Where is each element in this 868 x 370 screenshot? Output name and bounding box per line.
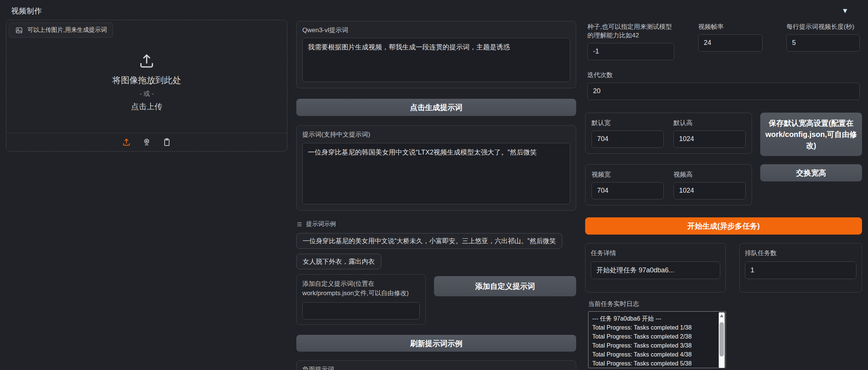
- log-scrollbar[interactable]: [719, 312, 725, 368]
- task-detail-label: 任务详情: [591, 249, 720, 257]
- example-chip[interactable]: 一位身穿比基尼的美女用中文说“大桥未久，小富即安。三上悠亚，六出祁山。”然后微笑: [296, 233, 562, 249]
- fps-input[interactable]: [698, 34, 762, 52]
- negative-prompt-panel: 负面提示词: [296, 360, 576, 370]
- default-height-input[interactable]: [673, 131, 746, 148]
- negative-prompt-label: 负面提示词: [302, 365, 570, 370]
- duration-field: 每行提示词视频长度(秒): [786, 23, 860, 60]
- example-chip[interactable]: 女人脱下外衣，露出内衣: [296, 254, 381, 269]
- settings-column: 种子,也可以指定用来测试模型的理解能力比如42 视频帧率 每行提示词视频长度(秒…: [585, 23, 862, 368]
- qwen-prompt-textarea[interactable]: [302, 38, 570, 82]
- image-source-toolbar: [6, 133, 287, 151]
- default-width-field: 默认宽: [592, 119, 664, 148]
- seed-input[interactable]: [587, 43, 674, 60]
- video-height-label: 视频高: [673, 171, 693, 178]
- duration-input[interactable]: [786, 34, 860, 52]
- generate-prompt-button[interactable]: 点击生成提示词: [296, 99, 576, 116]
- queue-count-label: 排队任务数: [745, 249, 856, 257]
- main-content: 可以上传图片,用来生成提示词 将图像拖放到此处 - 或 - 点击上传: [0, 20, 868, 370]
- iterations-input[interactable]: [587, 83, 860, 100]
- upload-icon: [138, 52, 155, 70]
- queue-count-input[interactable]: [745, 262, 856, 279]
- list-icon: [296, 221, 303, 227]
- prompt-textarea[interactable]: [302, 143, 570, 204]
- fps-field: 视频帧率: [698, 23, 762, 60]
- log-line: Total Progress: Tasks completed 5/38: [592, 359, 716, 368]
- fps-label: 视频帧率: [698, 23, 762, 31]
- task-detail-group: 任务详情: [585, 243, 726, 293]
- iterations-field: 迭代次数: [585, 71, 862, 100]
- default-height-field: 默认高: [673, 119, 746, 148]
- drop-text-primary: 将图像拖放到此处: [112, 74, 181, 86]
- log-line: Total Progress: Tasks completed 2/38: [592, 332, 716, 341]
- custom-prompt-label: 添加自定义提示词(位置在 work/prompts.json文件,可以自由修改): [302, 279, 420, 298]
- video-height-field: 视频高: [673, 170, 746, 199]
- prompt-panel: 提示词(支持中文提示词): [296, 125, 576, 211]
- video-size-group: 视频宽 视频高: [585, 164, 752, 205]
- default-size-row: 默认宽 默认高 保存默认宽高设置(配置在 work/config.json,可自…: [585, 113, 862, 156]
- task-log-box: --- 任务 97a0dba6 开始 ---Total Progress: Ta…: [588, 311, 726, 368]
- clipboard-source-button[interactable]: [162, 138, 171, 147]
- upload-column: 可以上传图片,用来生成提示词 将图像拖放到此处 - 或 - 点击上传: [6, 20, 287, 152]
- page-title: 视频制作: [11, 6, 857, 16]
- swap-size-button[interactable]: 交换宽高: [760, 164, 862, 181]
- iterations-label: 迭代次数: [587, 71, 613, 79]
- start-generation-button[interactable]: 开始生成(异步多任务): [585, 217, 862, 235]
- upload-hint-text: 可以上传图片,用来生成提示词: [27, 26, 107, 34]
- scroll-up-arrow-icon[interactable]: [720, 314, 724, 317]
- examples-label: 提示词示例: [306, 220, 336, 228]
- add-custom-prompt-button[interactable]: 添加自定义提示词: [434, 276, 576, 296]
- log-line: Total Progress: Tasks completed 4/38: [592, 350, 716, 359]
- default-height-label: 默认高: [673, 119, 693, 126]
- video-height-input[interactable]: [673, 182, 746, 199]
- default-width-label: 默认宽: [592, 119, 611, 126]
- prompt-column: Qwen3-vl提示词 点击生成提示词 提示词(支持中文提示词) 提示词示例 一…: [296, 21, 576, 370]
- webcam-icon: [142, 138, 151, 147]
- video-size-row: 视频宽 视频高 交换宽高: [585, 164, 862, 205]
- upload-icon: [122, 138, 131, 147]
- default-size-group: 默认宽 默认高: [585, 113, 752, 154]
- log-line: Total Progress: Tasks completed 3/38: [592, 341, 716, 350]
- settings-row-1: 种子,也可以指定用来测试模型的理解能力比如42 视频帧率 每行提示词视频长度(秒…: [585, 23, 862, 60]
- seed-label: 种子,也可以指定用来测试模型的理解能力比如42: [587, 23, 674, 40]
- task-log-label: 当前任务实时日志: [585, 300, 862, 308]
- examples-header: 提示词示例: [296, 220, 576, 228]
- video-width-input[interactable]: [592, 182, 664, 199]
- custom-prompt-group: 添加自定义提示词(位置在 work/prompts.json文件,可以自由修改): [296, 274, 426, 325]
- qwen-prompt-label: Qwen3-vl提示词: [302, 26, 570, 34]
- scrollbar-thumb[interactable]: [719, 322, 724, 357]
- log-line: --- 任务 97a0dba6 开始 ---: [592, 314, 716, 323]
- upload-hint-badge: 可以上传图片,用来生成提示词: [9, 22, 113, 38]
- duration-label: 每行提示词视频长度(秒): [786, 23, 860, 31]
- image-dropzone[interactable]: 可以上传图片,用来生成提示词 将图像拖放到此处 - 或 - 点击上传: [6, 20, 287, 152]
- drop-text-or: - 或 -: [140, 89, 154, 98]
- image-icon: [15, 27, 23, 34]
- video-width-label: 视频宽: [592, 171, 611, 178]
- queue-count-group: 排队任务数: [739, 243, 862, 293]
- seed-field: 种子,也可以指定用来测试模型的理解能力比如42: [587, 23, 674, 60]
- prompt-label: 提示词(支持中文提示词): [302, 130, 570, 139]
- clipboard-icon: [162, 138, 171, 147]
- custom-prompt-input[interactable]: [302, 302, 420, 319]
- webcam-source-button[interactable]: [142, 138, 151, 147]
- task-log-lines: --- 任务 97a0dba6 开始 ---Total Progress: Ta…: [592, 314, 716, 368]
- upload-source-button[interactable]: [122, 138, 131, 147]
- log-line: Total Progress: Tasks completed 1/38: [592, 323, 716, 332]
- dropdown-arrow-icon[interactable]: ▼: [841, 7, 849, 15]
- tasks-row: 任务详情 排队任务数: [585, 243, 862, 293]
- drop-text-click[interactable]: 点击上传: [131, 101, 162, 112]
- custom-prompt-row: 添加自定义提示词(位置在 work/prompts.json文件,可以自由修改)…: [296, 274, 576, 325]
- page-header: 视频制作 ▼: [0, 0, 868, 20]
- default-width-input[interactable]: [592, 131, 664, 148]
- video-width-field: 视频宽: [592, 170, 664, 199]
- qwen-prompt-panel: Qwen3-vl提示词: [296, 21, 576, 88]
- save-defaults-button[interactable]: 保存默认宽高设置(配置在 work/config.json,可自由修改): [760, 113, 862, 156]
- task-detail-input[interactable]: [591, 262, 720, 279]
- examples-list: 一位身穿比基尼的美女用中文说“大桥未久，小富即安。三上悠亚，六出祁山。”然后微笑…: [296, 228, 576, 269]
- refresh-examples-button[interactable]: 刷新提示词示例: [296, 335, 576, 352]
